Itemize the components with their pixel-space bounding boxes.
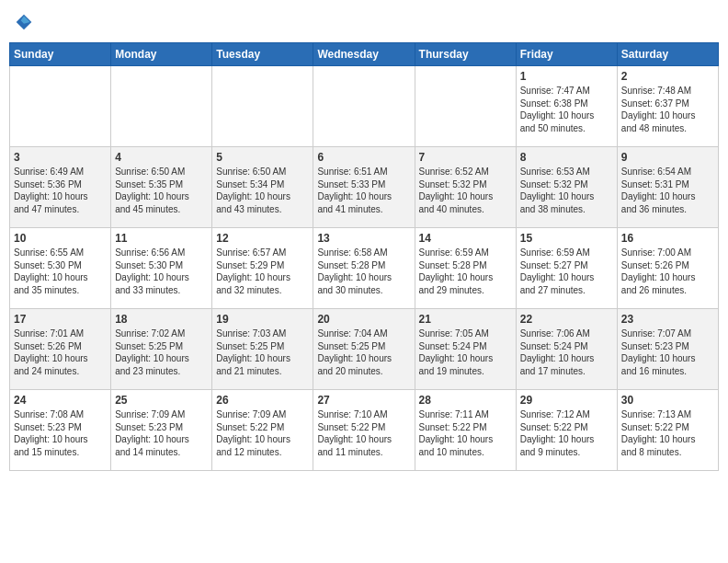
day-number: 19 [216,313,309,326]
day-number: 21 [419,313,512,326]
day-info: Sunrise: 7:06 AM Sunset: 5:24 PM Dayligh… [520,327,613,377]
day-number: 13 [317,232,410,245]
calendar-cell: 13Sunrise: 6:58 AM Sunset: 5:28 PM Dayli… [313,228,415,309]
day-info: Sunrise: 7:09 AM Sunset: 5:23 PM Dayligh… [115,408,208,458]
day-info: Sunrise: 7:11 AM Sunset: 5:22 PM Dayligh… [419,408,512,458]
day-info: Sunrise: 6:52 AM Sunset: 5:32 PM Dayligh… [419,166,512,215]
calendar-cell: 14Sunrise: 6:59 AM Sunset: 5:28 PM Dayli… [415,228,516,309]
day-info: Sunrise: 6:58 AM Sunset: 5:28 PM Dayligh… [317,247,410,296]
day-number: 26 [216,394,309,407]
day-info: Sunrise: 7:04 AM Sunset: 5:25 PM Dayligh… [317,327,410,377]
calendar-cell: 18Sunrise: 7:02 AM Sunset: 5:25 PM Dayli… [111,309,212,390]
calendar-cell: 29Sunrise: 7:12 AM Sunset: 5:22 PM Dayli… [516,390,617,471]
day-number: 22 [520,313,613,326]
day-info: Sunrise: 7:48 AM Sunset: 6:37 PM Dayligh… [621,85,714,134]
col-header-thursday: Thursday [415,43,516,66]
calendar-cell: 28Sunrise: 7:11 AM Sunset: 5:22 PM Dayli… [415,390,516,471]
calendar-cell: 21Sunrise: 7:05 AM Sunset: 5:24 PM Dayli… [415,309,516,390]
col-header-saturday: Saturday [617,43,718,66]
calendar-cell: 5Sunrise: 6:50 AM Sunset: 5:34 PM Daylig… [212,147,313,228]
day-info: Sunrise: 7:05 AM Sunset: 5:24 PM Dayligh… [419,327,512,377]
day-number: 16 [621,232,714,245]
day-info: Sunrise: 6:56 AM Sunset: 5:30 PM Dayligh… [115,247,208,296]
day-info: Sunrise: 6:50 AM Sunset: 5:35 PM Dayligh… [115,166,208,215]
calendar-cell: 6Sunrise: 6:51 AM Sunset: 5:33 PM Daylig… [313,147,415,228]
calendar-cell: 15Sunrise: 6:59 AM Sunset: 5:27 PM Dayli… [516,228,617,309]
day-number: 4 [115,151,208,164]
day-number: 2 [621,70,714,83]
calendar-cell [10,66,111,147]
day-number: 6 [317,151,410,164]
day-number: 29 [520,394,613,407]
calendar-cell: 19Sunrise: 7:03 AM Sunset: 5:25 PM Dayli… [212,309,313,390]
day-number: 30 [621,394,714,407]
calendar-cell: 8Sunrise: 6:53 AM Sunset: 5:32 PM Daylig… [516,147,617,228]
calendar-cell: 17Sunrise: 7:01 AM Sunset: 5:26 PM Dayli… [10,309,111,390]
calendar-cell: 27Sunrise: 7:10 AM Sunset: 5:22 PM Dayli… [313,390,415,471]
day-number: 23 [621,313,714,326]
day-info: Sunrise: 6:50 AM Sunset: 5:34 PM Dayligh… [216,166,309,215]
calendar-cell: 2Sunrise: 7:48 AM Sunset: 6:37 PM Daylig… [617,66,718,147]
day-number: 15 [520,232,613,245]
day-info: Sunrise: 7:02 AM Sunset: 5:25 PM Dayligh… [115,327,208,377]
calendar-cell: 24Sunrise: 7:08 AM Sunset: 5:23 PM Dayli… [10,390,111,471]
day-number: 7 [419,151,512,164]
day-number: 27 [317,394,410,407]
week-row-5: 24Sunrise: 7:08 AM Sunset: 5:23 PM Dayli… [10,390,719,471]
col-header-sunday: Sunday [10,43,111,66]
day-number: 28 [419,394,512,407]
day-number: 20 [317,313,410,326]
day-info: Sunrise: 6:55 AM Sunset: 5:30 PM Dayligh… [14,247,107,296]
day-number: 18 [115,313,208,326]
day-number: 9 [621,151,714,164]
day-number: 14 [419,232,512,245]
calendar-cell: 10Sunrise: 6:55 AM Sunset: 5:30 PM Dayli… [10,228,111,309]
col-header-monday: Monday [111,43,212,66]
calendar-cell: 23Sunrise: 7:07 AM Sunset: 5:23 PM Dayli… [617,309,718,390]
calendar-cell: 30Sunrise: 7:13 AM Sunset: 5:22 PM Dayli… [617,390,718,471]
calendar-cell: 3Sunrise: 6:49 AM Sunset: 5:36 PM Daylig… [10,147,111,228]
day-info: Sunrise: 7:03 AM Sunset: 5:25 PM Dayligh… [216,327,309,377]
calendar-cell: 26Sunrise: 7:09 AM Sunset: 5:22 PM Dayli… [212,390,313,471]
logo [13,13,33,31]
day-info: Sunrise: 7:47 AM Sunset: 6:38 PM Dayligh… [520,85,613,134]
day-info: Sunrise: 6:54 AM Sunset: 5:31 PM Dayligh… [621,166,714,215]
calendar-cell: 4Sunrise: 6:50 AM Sunset: 5:35 PM Daylig… [111,147,212,228]
day-info: Sunrise: 6:57 AM Sunset: 5:29 PM Dayligh… [216,247,309,296]
day-info: Sunrise: 7:10 AM Sunset: 5:22 PM Dayligh… [317,408,410,458]
day-number: 10 [14,232,107,245]
day-info: Sunrise: 6:53 AM Sunset: 5:32 PM Dayligh… [520,166,613,215]
day-number: 8 [520,151,613,164]
calendar-cell: 1Sunrise: 7:47 AM Sunset: 6:38 PM Daylig… [516,66,617,147]
day-number: 17 [14,313,107,326]
col-header-friday: Friday [516,43,617,66]
calendar-table: SundayMondayTuesdayWednesdayThursdayFrid… [9,42,719,471]
day-info: Sunrise: 6:59 AM Sunset: 5:28 PM Dayligh… [419,247,512,296]
day-number: 24 [14,394,107,407]
day-number: 3 [14,151,107,164]
calendar-cell: 12Sunrise: 6:57 AM Sunset: 5:29 PM Dayli… [212,228,313,309]
day-info: Sunrise: 6:49 AM Sunset: 5:36 PM Dayligh… [14,166,107,215]
calendar-header-row: SundayMondayTuesdayWednesdayThursdayFrid… [10,43,719,66]
calendar-cell [415,66,516,147]
calendar-cell [313,66,415,147]
day-info: Sunrise: 7:00 AM Sunset: 5:26 PM Dayligh… [621,247,714,296]
week-row-4: 17Sunrise: 7:01 AM Sunset: 5:26 PM Dayli… [10,309,719,390]
col-header-tuesday: Tuesday [212,43,313,66]
day-info: Sunrise: 7:08 AM Sunset: 5:23 PM Dayligh… [14,408,107,458]
day-info: Sunrise: 7:12 AM Sunset: 5:22 PM Dayligh… [520,408,613,458]
calendar-cell [111,66,212,147]
day-info: Sunrise: 7:13 AM Sunset: 5:22 PM Dayligh… [621,408,714,458]
calendar-cell: 20Sunrise: 7:04 AM Sunset: 5:25 PM Dayli… [313,309,415,390]
calendar-cell: 7Sunrise: 6:52 AM Sunset: 5:32 PM Daylig… [415,147,516,228]
day-info: Sunrise: 7:01 AM Sunset: 5:26 PM Dayligh… [14,327,107,377]
day-number: 11 [115,232,208,245]
logo-icon [15,13,33,31]
week-row-2: 3Sunrise: 6:49 AM Sunset: 5:36 PM Daylig… [10,147,719,228]
day-number: 1 [520,70,613,83]
calendar-cell: 11Sunrise: 6:56 AM Sunset: 5:30 PM Dayli… [111,228,212,309]
calendar-cell: 22Sunrise: 7:06 AM Sunset: 5:24 PM Dayli… [516,309,617,390]
page-header [9,9,719,35]
col-header-wednesday: Wednesday [313,43,415,66]
day-info: Sunrise: 6:59 AM Sunset: 5:27 PM Dayligh… [520,247,613,296]
